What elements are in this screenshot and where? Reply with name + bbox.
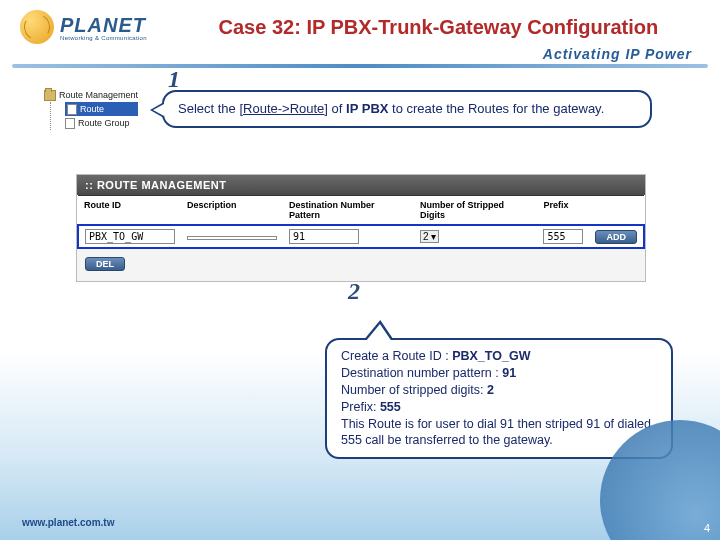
route-table: Route ID Description Destination Number …: [77, 195, 645, 249]
page-icon: [65, 118, 75, 129]
route-id-input[interactable]: PBX_TO_GW: [85, 229, 175, 244]
del-button[interactable]: DEL: [85, 257, 125, 271]
stripped-digits-select[interactable]: 2 ▾: [420, 230, 439, 243]
dest-pattern-input[interactable]: 91: [289, 229, 359, 244]
col-route-id: Route ID: [78, 196, 181, 226]
c2-text: Destination number pattern :: [341, 366, 502, 380]
slide-header: PLANET Networking & Communication Case 3…: [0, 0, 720, 44]
brand-tagline: Networking & Communication: [60, 35, 147, 41]
callout-step-1: Select the [Route->Route] of IP PBX to c…: [162, 90, 652, 128]
folder-icon: [44, 90, 56, 101]
globe-icon: [20, 10, 54, 44]
c2-text: Create a Route ID :: [341, 349, 452, 363]
callout-link: Route->Route: [243, 101, 324, 116]
callout-step-2: Create a Route ID : PBX_TO_GW Destinatio…: [325, 338, 673, 459]
tree-item-route[interactable]: Route: [65, 102, 138, 116]
c2-text: Prefix:: [341, 400, 380, 414]
brand-name: PLANET: [60, 14, 147, 37]
callout-text: Select the [: [178, 101, 243, 116]
brand-logo: PLANET Networking & Communication: [20, 10, 147, 44]
c2-bold: 555: [380, 400, 401, 414]
tree-root[interactable]: Route Management: [44, 88, 138, 102]
col-action: [589, 196, 644, 226]
add-button[interactable]: ADD: [595, 230, 637, 244]
page-number: 4: [704, 522, 710, 534]
c2-text: Number of stripped digits:: [341, 383, 487, 397]
route-management-panel: :: ROUTE MANAGEMENT Route ID Description…: [76, 174, 646, 282]
panel-title: :: ROUTE MANAGEMENT: [77, 175, 645, 195]
c2-bold: 2: [487, 383, 494, 397]
c2-bold: 91: [502, 366, 516, 380]
col-dest-pattern: Destination Number Pattern: [283, 196, 414, 226]
c2-text: This Route is for user to dial 91 then s…: [341, 416, 657, 450]
page-icon: [67, 104, 77, 115]
tree-item-label: Route Group: [78, 116, 130, 130]
step-number-2: 2: [348, 278, 360, 305]
tree-item-route-group[interactable]: Route Group: [65, 116, 138, 130]
table-row: PBX_TO_GW 91 2 ▾ 555 ADD: [78, 225, 644, 248]
col-description: Description: [181, 196, 283, 226]
callout-text: ] of: [324, 101, 346, 116]
tree-root-label: Route Management: [59, 88, 138, 102]
tree-item-label: Route: [80, 102, 104, 116]
prefix-input[interactable]: 555: [543, 229, 583, 244]
footer-url: www.planet.com.tw: [22, 517, 114, 528]
c2-bold: PBX_TO_GW: [452, 349, 530, 363]
slide-title: Case 32: IP PBX-Trunk-Gateway Configurat…: [177, 16, 700, 39]
nav-tree: Route Management Route Route Group: [44, 88, 138, 130]
description-input[interactable]: [187, 236, 277, 240]
col-prefix: Prefix: [537, 196, 589, 226]
step-number-1: 1: [168, 66, 180, 93]
callout-text: to create the Routes for the gateway.: [388, 101, 604, 116]
slide-subtitle: Activating IP Power: [0, 44, 720, 62]
callout-bold: IP PBX: [346, 101, 388, 116]
col-stripped-digits: Number of Stripped Digits: [414, 196, 537, 226]
table-header-row: Route ID Description Destination Number …: [78, 196, 644, 226]
